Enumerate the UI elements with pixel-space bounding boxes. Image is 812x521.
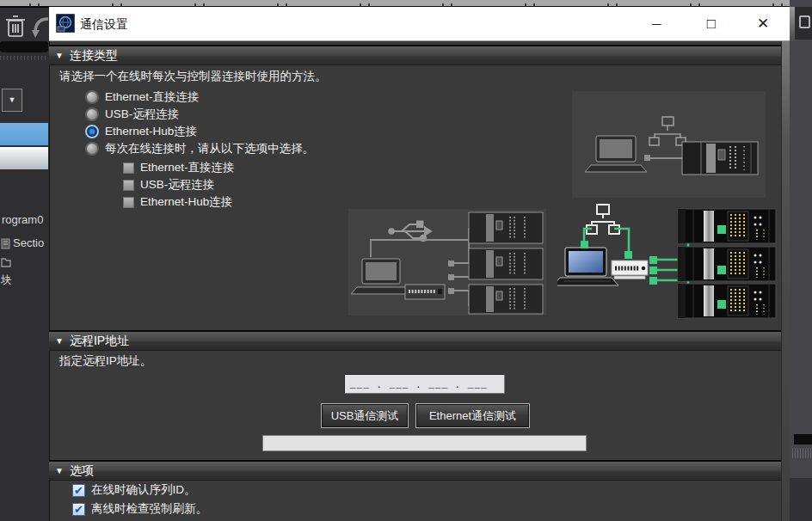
connection-instruction: 请选择一个在线时每次与控制器连接时使用的方法。 — [59, 69, 327, 84]
section-title: 连接类型 — [70, 48, 118, 64]
checkbox-icon — [123, 180, 134, 191]
checkbox-ethernet-direct[interactable]: Ethernet-直接连接 — [123, 160, 235, 175]
folder-icon — [1, 256, 11, 267]
collapse-triangle-icon: ▼ — [55, 51, 64, 60]
section-header-options[interactable]: ▼ 选项 — [49, 460, 790, 481]
checked-checkbox-icon: ✔ — [72, 503, 85, 516]
background-dark-strip — [794, 434, 812, 444]
dialog-globe-icon — [56, 14, 75, 33]
tree-item-program[interactable]: rogram0 — [2, 213, 43, 226]
radio-icon — [85, 142, 99, 156]
minimize-button[interactable]: ─ — [642, 14, 671, 34]
remote-ip-input[interactable]: ___ . ___ . ___ . ___ — [344, 374, 505, 394]
chevron-down-icon: ▼ — [9, 95, 16, 104]
usb-icon — [389, 222, 431, 242]
section-header-connection-type[interactable]: ▼ 连接类型 — [49, 45, 790, 65]
tree-item-section[interactable]: Sectio — [13, 236, 44, 249]
ethernet-test-button[interactable]: Ethernet通信测试 — [416, 404, 529, 427]
section-file-icon — [1, 238, 10, 249]
laptop-icon — [351, 259, 411, 294]
radio-select-each-time[interactable]: 每次在线连接时，请从以下选项中选择。 — [85, 141, 314, 156]
right-gradient — [790, 7, 795, 41]
checkbox-confirm-serial-id[interactable]: ✔ 在线时确认序列ID。 — [72, 482, 196, 498]
background-dropdown-button[interactable]: ▼ — [2, 89, 22, 112]
background-list-item[interactable] — [0, 147, 48, 169]
radio-ethernet-direct[interactable]: Ethernet-直接连接 — [85, 89, 200, 105]
diagram-ethernet-direct — [572, 91, 766, 198]
usb-test-button[interactable]: USB通信测试 — [322, 404, 408, 427]
section-title: 选项 — [70, 463, 94, 479]
radio-icon — [85, 90, 99, 104]
collapse-triangle-icon: ▼ — [55, 466, 64, 475]
checked-checkbox-icon: ✔ — [72, 484, 85, 497]
collapse-triangle-icon: ▼ — [55, 336, 64, 346]
diagram-usb-remote — [348, 209, 546, 316]
checkbox-icon — [123, 162, 134, 174]
section-header-remote-ip[interactable]: ▼ 远程IP地址 — [49, 330, 790, 351]
background-texture — [792, 448, 812, 458]
checkbox-usb-remote[interactable]: USB-远程连接 — [123, 177, 214, 193]
active-laptop-icon — [557, 248, 618, 285]
checkbox-check-forced-refresh[interactable]: ✔ 离线时检查强制刷新。 — [72, 501, 207, 517]
radio-ethernet-hub[interactable]: Ethernet-Hub连接 — [85, 124, 197, 139]
radio-usb-remote[interactable]: USB-远程连接 — [85, 107, 179, 122]
screen: ▼ rogram0 Sectio 块 通信设置 ─ □ ✕ ▼ 连接类型 请选择… — [0, 0, 812, 521]
radio-icon — [85, 107, 99, 121]
laptop-icon — [585, 136, 647, 172]
dialog-titlebar[interactable] — [49, 7, 790, 41]
undo-icon[interactable] — [32, 14, 49, 40]
hub-icon — [405, 285, 445, 299]
toolbar-separator — [0, 41, 48, 52]
restore-icon — [799, 15, 810, 28]
toolbar-texture — [0, 56, 48, 60]
background-dark-block — [790, 478, 812, 521]
dialog-title: 通信设置 — [80, 17, 128, 33]
dialog-scrollbar[interactable] — [781, 41, 790, 521]
checkbox-ethernet-hub[interactable]: Ethernet-Hub连接 — [123, 194, 232, 210]
checkbox-icon — [123, 197, 134, 208]
plc-rack-icon — [682, 142, 758, 175]
remote-ip-instruction: 指定远程IP地址。 — [59, 353, 151, 369]
close-button[interactable]: ✕ — [748, 14, 778, 34]
section-title: 远程IP地址 — [70, 334, 129, 349]
tree-item-block[interactable]: 块 — [1, 273, 12, 288]
radio-selected-icon — [85, 125, 99, 138]
active-switch-icon — [612, 260, 648, 279]
test-progress-bar — [262, 435, 587, 451]
trash-icon[interactable] — [5, 15, 26, 39]
background-selected-item[interactable] — [0, 123, 48, 145]
maximize-button[interactable]: □ — [697, 14, 726, 34]
diagram-ethernet-hub-active — [557, 203, 783, 323]
